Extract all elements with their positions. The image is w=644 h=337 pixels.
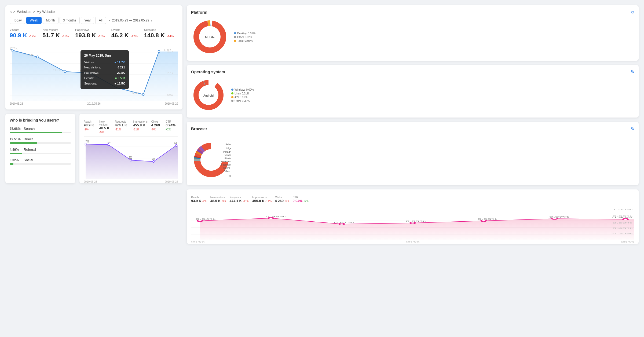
btn-year[interactable]: Year <box>81 17 94 24</box>
rs-requests: Requests 474.1 K -11% <box>115 120 130 134</box>
svg-text:6,332: 6,332 <box>133 91 139 95</box>
svg-text:Chrome: Chrome <box>229 175 231 177</box>
os-content: Android Windows 0.00% Linux 0.01% iOS 0.… <box>191 78 634 113</box>
svg-text:17.7 K: 17.7 K <box>10 47 17 50</box>
main-chart-svg: 17.7 K 15.8 K 11.9 K 11.7 K 17.0 K 6,332… <box>10 42 178 101</box>
svg-point-19 <box>130 159 132 161</box>
platform-legend-other: Other 0.02% <box>234 36 255 39</box>
os-donut-wrapper: Android <box>191 78 226 113</box>
svg-text:0.87%: 0.87% <box>334 221 354 224</box>
btn-week[interactable]: Week <box>26 17 41 24</box>
ctr-rs-ctr: CTR 0.94% +2% <box>293 196 309 203</box>
ctr-xlabel-2: 2019.05.29 <box>621 241 634 244</box>
svg-text:11.7 K: 11.7 K <box>78 70 86 73</box>
ctr-xlabel-0: 2019.05.23 <box>191 241 204 244</box>
svg-text:Opera: Opera <box>223 167 230 169</box>
dashboard: ⌂ > Websites > My Website Today Week Mon… <box>5 5 639 252</box>
os-title: Operating system <box>191 69 225 74</box>
source-bar-social-bg <box>10 163 71 165</box>
source-bar-referral-bg <box>10 153 71 154</box>
point-5[interactable] <box>142 93 144 96</box>
point-2[interactable] <box>64 71 66 73</box>
sources-card: Who is bringing you users? 75.68% Search <box>5 114 75 183</box>
prev-date-btn[interactable]: ‹ <box>109 18 111 23</box>
point-1[interactable] <box>36 56 38 58</box>
svg-text:5 000: 5 000 <box>167 93 173 97</box>
source-bar-search-bg <box>10 132 71 133</box>
breadcrumb-websites[interactable]: Websites <box>17 10 31 14</box>
browser-card-header: Browser ↻ <box>191 126 634 131</box>
next-date-btn[interactable]: › <box>151 18 152 23</box>
metric-visitors-label: Visitors <box>10 28 36 31</box>
source-referral: 4.49% Referral <box>10 148 71 154</box>
btn-all[interactable]: All <box>95 17 106 24</box>
source-bar-social-fill <box>10 163 13 165</box>
rs-clicks: Clicks 4 269 -9% <box>151 120 163 134</box>
ctr-rs-reach: Reach 93.9 K -2% <box>191 196 207 203</box>
svg-text:Facebook App: Facebook App <box>221 163 231 166</box>
svg-text:0.20%: 0.20% <box>612 232 632 235</box>
left-column: ⌂ > Websites > My Website Today Week Mon… <box>5 5 182 244</box>
ctr-rs-clicks: Clicks 4 269 -9% <box>275 196 290 203</box>
btn-3months[interactable]: 3 months <box>60 17 80 24</box>
breadcrumb: ⌂ > Websites > My Website <box>10 10 178 14</box>
svg-point-61 <box>268 217 273 219</box>
svg-point-45 <box>200 149 222 171</box>
time-filters: Today Week Month 3 months Year All ‹ 201… <box>10 17 178 24</box>
ctr-chart: 1.00% 0.80% 0.60% 0.40% 0.20% 0.94% 0.98… <box>191 207 634 240</box>
metric-pageviews-label: Pageviews <box>75 28 105 31</box>
platform-refresh-icon[interactable]: ↻ <box>631 10 634 15</box>
main-chart: 17.7 K 15.8 K 11.9 K 11.7 K 17.0 K 6,332… <box>10 42 178 101</box>
metric-new-visitors: New visitors 51.7 K -15% <box>42 28 69 39</box>
svg-text:Yandex: Yandex <box>225 154 231 156</box>
home-icon: ⌂ <box>10 10 12 14</box>
svg-point-17 <box>85 143 86 145</box>
svg-text:Other: Other <box>224 170 230 173</box>
xlabel-6: 2019.05.29 <box>165 102 178 105</box>
btn-month[interactable]: Month <box>43 17 58 24</box>
ctr-svg: 1.00% 0.80% 0.60% 0.40% 0.20% 0.94% 0.98… <box>191 207 634 240</box>
os-legend-linux: Linux 0.01% <box>231 92 254 95</box>
os-center-label: Android <box>203 94 214 97</box>
browser-card: Browser ↻ <box>187 122 639 185</box>
browser-title: Browser <box>191 126 207 131</box>
svg-text:726: 726 <box>174 141 177 145</box>
point-6[interactable] <box>158 50 160 53</box>
browser-refresh-icon[interactable]: ↻ <box>631 126 634 131</box>
ctr-stats-row: Reach 93.9 K -2% New visitors 48.5 K -9%… <box>191 194 634 205</box>
os-legend-other: Other 0.39% <box>231 100 254 102</box>
os-card-header: Operating system ↻ <box>191 69 634 74</box>
rs-ctr: CTR 0.94% +2% <box>166 120 178 134</box>
metric-events-label: Events <box>111 28 138 31</box>
platform-card-header: Platform ↻ <box>191 10 634 15</box>
platform-card: Platform ↻ Mobile <box>187 5 639 61</box>
svg-point-60 <box>197 220 203 222</box>
metric-sessions: Sessions 140.8 K -14% <box>144 28 174 39</box>
metric-pageviews: Pageviews 193.8 K -15% <box>75 28 105 39</box>
svg-text:Edge: Edge <box>226 147 231 150</box>
metrics-row: Visitors 90.9 K -17% New visitors 51.7 K… <box>10 28 178 39</box>
reach-xlabel-0: 2019.05.23 <box>84 180 97 183</box>
xlabel-3: 2019.05.26 <box>87 102 101 105</box>
svg-point-62 <box>339 223 345 225</box>
source-direct: 19.51% Direct <box>10 137 71 144</box>
xlabel-0: 2019.05.23 <box>10 102 23 105</box>
platform-title: Platform <box>191 10 207 14</box>
sources-title: Who is bringing you users? <box>10 118 71 122</box>
main-visitors-card: ⌂ > Websites > My Website Today Week Mon… <box>5 5 182 109</box>
svg-text:15.0 K: 15.0 K <box>166 50 174 54</box>
svg-text:0.40%: 0.40% <box>612 227 632 229</box>
platform-legend-tablet: Tablet 3.91% <box>234 39 255 42</box>
svg-text:504: 504 <box>152 157 155 161</box>
reach-chart: 748 744 522 504 726 2019.05.23 2019.05.2… <box>84 139 178 179</box>
reach-xlabels: 2019.05.23 2019.05.26 <box>84 180 178 183</box>
metric-sessions-label: Sessions <box>144 28 174 31</box>
metric-visitors-value: 90.9 K -17% <box>10 32 36 39</box>
point-3[interactable] <box>89 72 91 74</box>
svg-text:Pinterest App: Pinterest App <box>221 160 231 163</box>
btn-today[interactable]: Today <box>10 17 25 24</box>
ctr-xlabel-1: 2019.05.26 <box>406 241 419 244</box>
rs-reach: Reach 93.9 K -2% <box>84 120 96 134</box>
breadcrumb-sep1: > <box>13 10 16 14</box>
os-refresh-icon[interactable]: ↻ <box>631 69 634 74</box>
